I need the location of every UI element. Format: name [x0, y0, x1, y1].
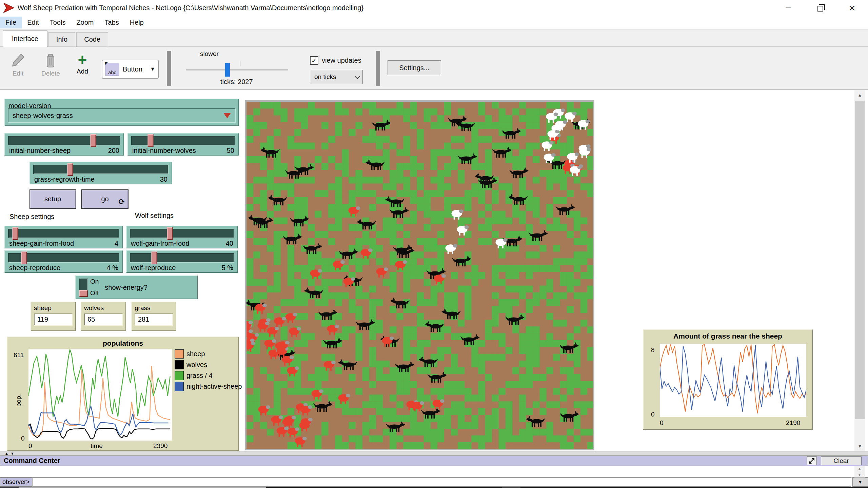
- grass-patch: [342, 408, 349, 415]
- switch-thumb[interactable]: [79, 290, 88, 297]
- grass-patch: [567, 381, 574, 388]
- menu-edit[interactable]: Edit: [22, 17, 44, 28]
- grass-patch: [246, 394, 253, 401]
- slider-track[interactable]: [131, 136, 235, 145]
- grass-patch: [431, 218, 437, 224]
- slider-sheep-reproduce[interactable]: sheep-reproduce4 %: [4, 250, 123, 273]
- menu-tools[interactable]: Tools: [44, 17, 71, 28]
- scroll-down-icon[interactable]: ▼: [858, 473, 861, 477]
- slider-track[interactable]: [8, 253, 119, 263]
- update-mode-dropdown[interactable]: on ticks: [310, 70, 363, 84]
- edit-widget-button[interactable]: Edit: [11, 53, 25, 77]
- grass-patch: [274, 163, 280, 170]
- switch-track[interactable]: [79, 279, 88, 296]
- slider-track[interactable]: [8, 136, 120, 145]
- model-version-chooser[interactable]: model-version sheep-wolves-grass: [4, 99, 239, 126]
- grass-patch: [444, 292, 451, 299]
- grass-patch: [465, 313, 471, 320]
- slider-thumb[interactable]: [21, 251, 27, 264]
- observer-prompt[interactable]: observer>: [0, 477, 32, 487]
- slider-track[interactable]: [130, 229, 234, 238]
- clear-button[interactable]: Clear: [821, 456, 862, 465]
- grass-patch: [560, 177, 567, 183]
- speed-slider-track[interactable]: [186, 69, 288, 70]
- delete-widget-button[interactable]: Delete: [41, 53, 60, 77]
- speed-slider-area: slower ticks: 2027: [183, 47, 295, 90]
- grass-patch: [458, 388, 465, 394]
- divider-updown-icons[interactable]: ▲▼: [5, 451, 16, 455]
- grass-patch: [519, 429, 526, 435]
- grass-patch: [376, 143, 383, 149]
- monitor-value: 65: [84, 313, 123, 326]
- settings-button[interactable]: Settings...: [388, 60, 441, 75]
- scrollbar-thumb[interactable]: [855, 101, 865, 419]
- restore-button[interactable]: [804, 0, 836, 16]
- view-updates-checkbox[interactable]: ✓: [310, 56, 318, 65]
- slider-grass-regrowth-time[interactable]: grass-regrowth-time30: [29, 162, 172, 184]
- grass-patch: [383, 115, 390, 122]
- grass-patch: [281, 218, 288, 224]
- grass-patch: [526, 197, 533, 204]
- grass-patch: [369, 190, 376, 197]
- grass-patch: [553, 354, 560, 361]
- tab-interface[interactable]: Interface: [3, 30, 47, 47]
- grass-patch: [485, 163, 492, 170]
- slider-track[interactable]: [130, 253, 234, 263]
- speed-slider-thumb[interactable]: [225, 63, 230, 77]
- view-updates-control[interactable]: ✓ view updates: [310, 56, 361, 65]
- grass-patch: [410, 381, 417, 388]
- command-input[interactable]: [32, 477, 851, 487]
- grass-patch: [369, 435, 376, 442]
- grass-patch: [437, 170, 444, 177]
- command-center-expand-button[interactable]: [807, 456, 817, 465]
- grass-patch: [499, 122, 506, 129]
- slider-thumb[interactable]: [90, 134, 96, 147]
- slider-wolf-gain-from-food[interactable]: wolf-gain-from-food40: [126, 226, 238, 248]
- minimize-button[interactable]: ─: [772, 0, 804, 16]
- slider-thumb[interactable]: [147, 134, 153, 147]
- slider-initial-number-wolves[interactable]: initial-number-wolves50: [127, 133, 239, 156]
- grass-patch: [458, 415, 465, 422]
- menu-zoom[interactable]: Zoom: [71, 17, 99, 28]
- slider-wolf-reproduce[interactable]: wolf-reproduce5 %: [126, 250, 238, 273]
- go-button[interactable]: go ⟳: [81, 189, 129, 209]
- menu-help[interactable]: Help: [124, 17, 149, 28]
- scroll-up-icon[interactable]: ▲: [854, 90, 865, 100]
- slider-track[interactable]: [33, 165, 169, 174]
- grass-patch: [574, 258, 580, 265]
- command-history-dropdown[interactable]: ▼: [852, 477, 868, 487]
- slider-thumb[interactable]: [13, 227, 18, 240]
- slider-thumb[interactable]: [151, 251, 157, 264]
- output-scrollbar[interactable]: ▲▼: [854, 466, 865, 477]
- world-view[interactable]: [245, 100, 594, 450]
- setup-button[interactable]: setup: [29, 189, 76, 209]
- grass-patch: [580, 258, 587, 265]
- widget-type-dropdown[interactable]: abc Button ▼: [102, 60, 159, 79]
- slider-thumb[interactable]: [167, 227, 173, 240]
- slider-track[interactable]: [8, 229, 119, 238]
- grass-patch: [451, 272, 458, 279]
- command-center-divider[interactable]: ▲▼: [0, 451, 868, 455]
- grass-patch: [506, 415, 512, 422]
- scroll-up-icon[interactable]: ▲: [858, 467, 861, 470]
- interface-vertical-scrollbar[interactable]: ▲ ▼: [854, 90, 865, 451]
- chooser-value-box[interactable]: sheep-wolves-grass: [8, 108, 236, 123]
- grass-patch: [533, 122, 539, 129]
- close-button[interactable]: ×: [836, 0, 868, 16]
- grass-patch: [335, 163, 342, 170]
- slider-thumb[interactable]: [67, 163, 73, 176]
- command-center-output[interactable]: ▲▼: [0, 466, 868, 477]
- scroll-down-icon[interactable]: ▼: [854, 441, 865, 451]
- slider-sheep-gain-from-food[interactable]: sheep-gain-from-food4: [4, 226, 123, 248]
- grass-patch: [376, 361, 383, 367]
- menu-tabs[interactable]: Tabs: [99, 17, 124, 28]
- menu-file[interactable]: File: [0, 17, 22, 28]
- grass-patch: [342, 170, 349, 177]
- tab-code[interactable]: Code: [76, 32, 108, 46]
- grass-patch: [396, 388, 403, 394]
- add-widget-button[interactable]: + Add: [77, 53, 88, 75]
- show-energy-switch[interactable]: On Off show-energy?: [75, 276, 198, 299]
- tab-info[interactable]: Info: [48, 32, 75, 46]
- grass-patch: [403, 374, 410, 381]
- slider-initial-number-sheep[interactable]: initial-number-sheep200: [4, 133, 124, 156]
